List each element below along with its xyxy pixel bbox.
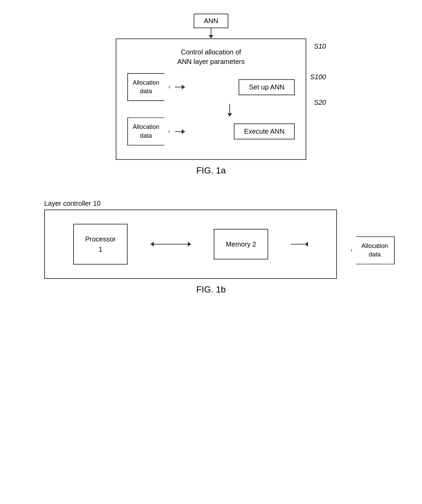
- processor-memory-bidir-arrow: [150, 242, 191, 247]
- alloc2-to-execute-arrow: [175, 129, 234, 134]
- fig1a-label: FIG. 1a: [196, 165, 226, 176]
- alloc1-to-setup-arrow: [175, 85, 239, 89]
- setup-to-execute-arrow: [227, 104, 232, 117]
- fig1b-wrapper: Layer controller 10 Processor 1 Memory 2: [24, 200, 398, 279]
- alloc-box-2: Allocation data: [127, 117, 169, 145]
- s10-label: S10: [314, 43, 326, 50]
- alloc-box-1: Allocation data: [127, 73, 169, 101]
- setup-ann-box: Set up ANN: [239, 79, 295, 95]
- outer-box-b: Processor 1 Memory 2: [44, 209, 337, 279]
- outer-box-title: Control allocation of ANN layer paramete…: [177, 47, 245, 66]
- fig1b-label: FIG. 1b: [196, 284, 226, 295]
- s100-label: S100: [310, 73, 326, 81]
- fig1b-container: Layer controller 10 Processor 1 Memory 2: [20, 200, 402, 308]
- ann-box: ANN: [194, 14, 228, 28]
- s20-label: S20: [314, 99, 326, 106]
- fig1a-container: ANN S10 Control allocation of ANN layer …: [20, 14, 402, 189]
- alloc-box-b-wrapper: Allocation data: [351, 236, 395, 264]
- setup-row: Allocation data Set up ANN: [127, 73, 295, 101]
- memory-to-alloc-group: [291, 242, 308, 247]
- alloc-box-b: Allocation data: [351, 236, 395, 264]
- layer-controller-label: Layer controller 10: [44, 200, 398, 207]
- outer-s10-box: S10 Control allocation of ANN layer para…: [116, 38, 306, 160]
- ann-to-outer-arrow: [209, 28, 213, 38]
- memory-to-alloc-arrow: [291, 242, 308, 247]
- execute-row: Allocation data Execute ANN: [127, 117, 295, 145]
- processor-box: Processor 1: [73, 224, 128, 265]
- memory-box: Memory 2: [214, 229, 268, 259]
- execute-ann-box: Execute ANN: [234, 123, 295, 139]
- fig1a-diagram: ANN S10 Control allocation of ANN layer …: [116, 14, 306, 160]
